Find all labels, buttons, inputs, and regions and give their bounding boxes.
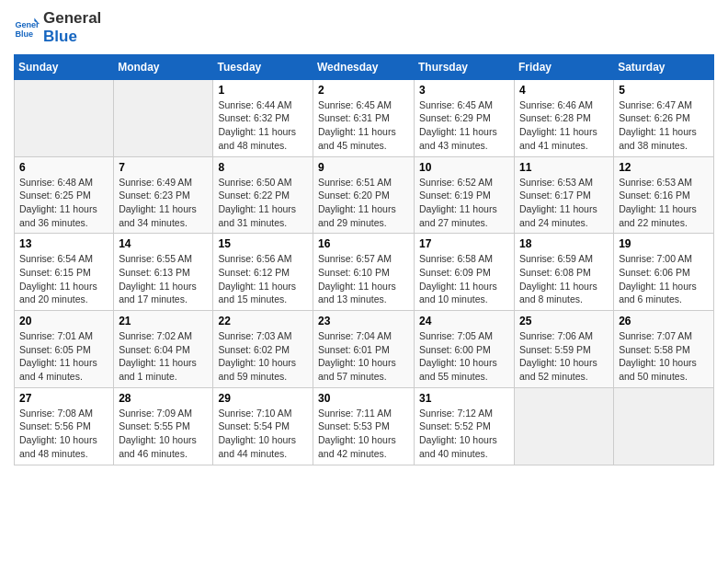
day-number: 21 (119, 315, 208, 327)
day-info: Sunrise: 7:04 AMSunset: 6:01 PMDaylight:… (318, 329, 409, 384)
calendar-week-1: 6Sunrise: 6:48 AMSunset: 6:25 PMDaylight… (15, 156, 714, 234)
day-info: Sunrise: 7:03 AMSunset: 6:02 PMDaylight:… (218, 329, 308, 384)
day-number: 12 (619, 161, 709, 174)
calendar-cell: 12Sunrise: 6:53 AMSunset: 6:16 PMDayligh… (614, 156, 714, 234)
calendar-cell: 27Sunrise: 7:08 AMSunset: 5:56 PMDayligh… (15, 387, 114, 465)
day-info: Sunrise: 7:05 AMSunset: 6:00 PMDaylight:… (419, 329, 509, 384)
day-info: Sunrise: 7:10 AMSunset: 5:54 PMDaylight:… (218, 407, 308, 461)
calendar-cell: 21Sunrise: 7:02 AMSunset: 6:04 PMDayligh… (114, 311, 213, 388)
day-info: Sunrise: 6:44 AMSunset: 6:32 PMDaylight:… (218, 98, 308, 153)
day-info: Sunrise: 7:07 AMSunset: 5:58 PMDaylight:… (619, 329, 709, 384)
day-number: 2 (318, 84, 409, 97)
day-info: Sunrise: 6:59 AMSunset: 6:08 PMDaylight:… (519, 252, 609, 306)
logo: General Blue General Blue (14, 9, 101, 47)
logo-icon: General Blue (14, 15, 40, 40)
day-number: 25 (519, 315, 609, 327)
day-info: Sunrise: 6:54 AMSunset: 6:15 PMDaylight:… (19, 252, 108, 306)
day-number: 14 (119, 237, 208, 250)
day-info: Sunrise: 6:47 AMSunset: 6:26 PMDaylight:… (619, 98, 709, 153)
day-info: Sunrise: 6:52 AMSunset: 6:19 PMDaylight:… (419, 176, 509, 230)
day-info: Sunrise: 6:46 AMSunset: 6:28 PMDaylight:… (519, 98, 609, 153)
day-info: Sunrise: 6:53 AMSunset: 6:16 PMDaylight:… (619, 176, 709, 230)
day-number: 31 (419, 392, 509, 405)
day-number: 13 (19, 237, 108, 250)
day-number: 26 (619, 315, 709, 327)
calendar-table: SundayMondayTuesdayWednesdayThursdayFrid… (14, 54, 714, 465)
calendar-week-4: 27Sunrise: 7:08 AMSunset: 5:56 PMDayligh… (15, 387, 714, 465)
calendar-week-2: 13Sunrise: 6:54 AMSunset: 6:15 PMDayligh… (15, 234, 714, 311)
day-number: 19 (619, 237, 709, 250)
day-info: Sunrise: 6:45 AMSunset: 6:31 PMDaylight:… (318, 98, 409, 153)
page-header: General Blue General Blue (14, 9, 714, 47)
day-number: 11 (519, 161, 609, 174)
calendar-cell (114, 79, 213, 156)
day-info: Sunrise: 6:55 AMSunset: 6:13 PMDaylight:… (119, 252, 208, 306)
day-number: 1 (218, 84, 308, 97)
day-info: Sunrise: 6:49 AMSunset: 6:23 PMDaylight:… (119, 176, 208, 230)
calendar-week-0: 1Sunrise: 6:44 AMSunset: 6:32 PMDaylight… (15, 79, 714, 156)
day-number: 4 (519, 84, 609, 97)
calendar-cell (15, 79, 114, 156)
calendar-cell: 9Sunrise: 6:51 AMSunset: 6:20 PMDaylight… (313, 156, 415, 234)
calendar-cell: 16Sunrise: 6:57 AMSunset: 6:10 PMDayligh… (313, 234, 415, 311)
calendar-cell: 3Sunrise: 6:45 AMSunset: 6:29 PMDaylight… (415, 79, 515, 156)
weekday-header-friday: Friday (515, 54, 614, 79)
day-info: Sunrise: 7:09 AMSunset: 5:55 PMDaylight:… (119, 407, 208, 461)
day-info: Sunrise: 7:08 AMSunset: 5:56 PMDaylight:… (19, 407, 108, 461)
day-info: Sunrise: 6:53 AMSunset: 6:17 PMDaylight:… (519, 176, 609, 230)
day-number: 9 (318, 161, 409, 174)
calendar-cell: 30Sunrise: 7:11 AMSunset: 5:53 PMDayligh… (313, 387, 415, 465)
day-info: Sunrise: 6:57 AMSunset: 6:10 PMDaylight:… (318, 252, 409, 306)
weekday-header-saturday: Saturday (614, 54, 714, 79)
day-number: 6 (19, 161, 108, 174)
weekday-header-wednesday: Wednesday (313, 54, 415, 79)
day-number: 30 (318, 392, 409, 405)
calendar-cell: 2Sunrise: 6:45 AMSunset: 6:31 PMDaylight… (313, 79, 415, 156)
day-info: Sunrise: 6:50 AMSunset: 6:22 PMDaylight:… (218, 176, 308, 230)
calendar-cell: 19Sunrise: 7:00 AMSunset: 6:06 PMDayligh… (614, 234, 714, 311)
day-info: Sunrise: 7:11 AMSunset: 5:53 PMDaylight:… (318, 407, 409, 461)
day-number: 5 (619, 84, 709, 97)
calendar-cell: 5Sunrise: 6:47 AMSunset: 6:26 PMDaylight… (614, 79, 714, 156)
day-number: 15 (218, 237, 308, 250)
weekday-header-thursday: Thursday (415, 54, 515, 79)
day-info: Sunrise: 6:51 AMSunset: 6:20 PMDaylight:… (318, 176, 409, 230)
calendar-cell: 20Sunrise: 7:01 AMSunset: 6:05 PMDayligh… (15, 311, 114, 388)
day-number: 22 (218, 315, 308, 327)
calendar-cell: 24Sunrise: 7:05 AMSunset: 6:00 PMDayligh… (415, 311, 515, 388)
logo-general: General (43, 9, 101, 28)
day-number: 8 (218, 161, 308, 174)
calendar-cell: 11Sunrise: 6:53 AMSunset: 6:17 PMDayligh… (515, 156, 614, 234)
calendar-week-3: 20Sunrise: 7:01 AMSunset: 6:05 PMDayligh… (15, 311, 714, 388)
day-number: 3 (419, 84, 509, 97)
day-info: Sunrise: 7:02 AMSunset: 6:04 PMDaylight:… (119, 329, 208, 384)
day-number: 29 (218, 392, 308, 405)
calendar-cell: 15Sunrise: 6:56 AMSunset: 6:12 PMDayligh… (213, 234, 313, 311)
day-info: Sunrise: 6:56 AMSunset: 6:12 PMDaylight:… (218, 252, 308, 306)
weekday-header-monday: Monday (114, 54, 213, 79)
calendar-cell: 8Sunrise: 6:50 AMSunset: 6:22 PMDaylight… (213, 156, 313, 234)
day-number: 10 (419, 161, 509, 174)
day-number: 24 (419, 315, 509, 327)
day-number: 7 (119, 161, 208, 174)
calendar-cell: 18Sunrise: 6:59 AMSunset: 6:08 PMDayligh… (515, 234, 614, 311)
day-number: 18 (519, 237, 609, 250)
calendar-cell: 23Sunrise: 7:04 AMSunset: 6:01 PMDayligh… (313, 311, 415, 388)
day-info: Sunrise: 7:12 AMSunset: 5:52 PMDaylight:… (419, 407, 509, 461)
day-info: Sunrise: 6:48 AMSunset: 6:25 PMDaylight:… (19, 176, 108, 230)
day-number: 17 (419, 237, 509, 250)
day-number: 23 (318, 315, 409, 327)
day-number: 27 (19, 392, 108, 405)
weekday-header-tuesday: Tuesday (213, 54, 313, 79)
calendar-cell: 22Sunrise: 7:03 AMSunset: 6:02 PMDayligh… (213, 311, 313, 388)
calendar-cell: 4Sunrise: 6:46 AMSunset: 6:28 PMDaylight… (515, 79, 614, 156)
calendar-cell: 25Sunrise: 7:06 AMSunset: 5:59 PMDayligh… (515, 311, 614, 388)
day-info: Sunrise: 6:45 AMSunset: 6:29 PMDaylight:… (419, 98, 509, 153)
calendar-cell: 17Sunrise: 6:58 AMSunset: 6:09 PMDayligh… (415, 234, 515, 311)
svg-text:Blue: Blue (15, 29, 33, 39)
calendar-cell: 31Sunrise: 7:12 AMSunset: 5:52 PMDayligh… (415, 387, 515, 465)
day-info: Sunrise: 7:01 AMSunset: 6:05 PMDaylight:… (19, 329, 108, 384)
day-info: Sunrise: 7:06 AMSunset: 5:59 PMDaylight:… (519, 329, 609, 384)
calendar-cell (614, 387, 714, 465)
calendar-cell (515, 387, 614, 465)
